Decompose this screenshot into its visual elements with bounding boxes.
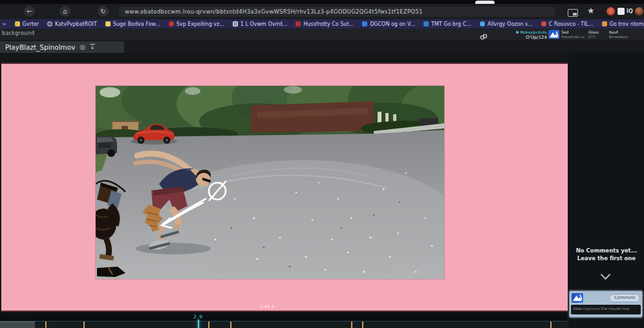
timeline-marker[interactable] <box>550 322 552 328</box>
header-stat: RaufBrnoswvcs <box>609 30 628 39</box>
header-stat: GlassE73 <box>588 30 599 39</box>
url-bar[interactable]: www.obatodbscwm.lrou-qrvwn/bbtsntd4H3a3x… <box>118 6 556 17</box>
timeline-marker[interactable] <box>362 322 363 328</box>
comment-compose[interactable]: Comment Adda Caymonn Elw mouist hvai <box>569 291 643 318</box>
extension-iq-icon[interactable]: IQ <box>627 8 633 14</box>
app-header: background Mokaygvdvda O'Up/124 SodProvo… <box>0 28 644 40</box>
playhead[interactable] <box>198 320 199 328</box>
file-name: PlayBlazt_Spinolmov <box>5 43 75 51</box>
bookmark-item[interactable]: 1 L Ovwm Ovrnt... <box>233 21 288 27</box>
browser-navbar: ← ⌂ ↻ www.obatodbscwm.lrou-qrvwn/bbtsntd… <box>0 4 644 19</box>
bookmark-star-icon[interactable]: ★ <box>587 6 595 15</box>
bookmark-favicon <box>233 21 238 26</box>
bookmark-item[interactable]: C Rosuvco - TIL... <box>541 21 594 27</box>
timeline-marker[interactable] <box>45 322 47 328</box>
bookmark-favicon <box>295 21 301 26</box>
playback-bar: 2.9 <box>0 313 644 328</box>
back-button[interactable]: ← <box>24 6 35 17</box>
bookmark-item[interactable]: KatvPvpbatROIT <box>47 21 97 27</box>
bookmark-favicon <box>541 21 546 26</box>
user-handle[interactable]: Mokaygvdvda O'Up/124 <box>497 30 547 40</box>
bookmark-item[interactable]: Svp Expoiting vz... <box>169 21 224 27</box>
comment-input[interactable]: Adda Caymonn Elw mouist hvai <box>571 305 641 314</box>
timeline-marker[interactable] <box>83 322 85 328</box>
download-icon[interactable]: ↓ <box>90 44 95 50</box>
bookmark-favicon <box>169 21 174 26</box>
bookmark-item[interactable]: Go trov ntomat... <box>602 21 644 27</box>
bookmark-favicon <box>105 21 111 26</box>
bookmark-favicon <box>424 21 429 26</box>
bookmark-item[interactable]: Hussfrotty Co Sut... <box>295 21 354 27</box>
bookmark-favicon <box>480 21 485 26</box>
video-frame[interactable] <box>96 86 444 279</box>
timeline-segment <box>0 322 35 328</box>
background-label: background <box>2 30 34 36</box>
comments-sidebar: No Comments yet... Leave the first one C… <box>568 53 644 328</box>
bookmarks-bar: » Gvrter KatvPvpbatROIT Suge Bodva Fow..… <box>0 19 644 28</box>
refresh-button[interactable]: ↻ <box>98 6 109 17</box>
playhead-time-label: 2.9 <box>193 314 203 320</box>
app-logo-small <box>572 293 583 303</box>
header-stat: SodProvomda vu <box>561 30 585 39</box>
file-tab[interactable]: PlayBlazt_Spinolmov ◎ ↓ <box>0 41 124 53</box>
timeline-marker[interactable] <box>351 322 352 328</box>
bookmarks-overflow-icon[interactable]: » <box>3 21 6 27</box>
video-content <box>96 86 444 279</box>
bookmark-favicon <box>15 21 20 26</box>
bookmark-item[interactable]: TMT Go brg C... <box>424 21 471 27</box>
canvas-caption: 1:49 5 <box>260 304 274 309</box>
comment-button[interactable]: Comment <box>609 294 640 302</box>
pin-icon <box>516 31 519 34</box>
app-logo[interactable] <box>548 30 559 39</box>
file-tab-row: PlayBlazt_Spinolmov ◎ ↓ <box>0 40 644 53</box>
extension-square-icon[interactable] <box>617 8 625 15</box>
info-icon[interactable]: ◎ <box>80 44 85 50</box>
screen: { "browser": { "url": "www.obatodbscwm.l… <box>0 0 644 328</box>
bookmark-item[interactable]: Allvrgy Oozon s... <box>480 21 533 27</box>
timeline-scrubber[interactable] <box>0 321 644 328</box>
bookmark-item[interactable]: DGCON og on V... <box>362 21 415 27</box>
extension-red-icon[interactable] <box>606 7 615 15</box>
picture-in-picture-icon[interactable] <box>568 9 578 17</box>
home-button[interactable]: ⌂ <box>59 6 70 17</box>
bookmark-item[interactable]: Suge Bodva Fow... <box>105 21 160 27</box>
timeline-marker[interactable] <box>230 322 231 328</box>
bookmark-favicon <box>362 21 367 26</box>
header-timecode: O'Up/124 <box>497 35 547 40</box>
bookmark-favicon <box>47 21 52 26</box>
bookmark-item[interactable]: Gvrter <box>15 21 39 27</box>
bookmark-favicon <box>602 21 607 26</box>
timeline-marker[interactable] <box>208 322 209 328</box>
profile-avatar[interactable] <box>635 7 643 15</box>
comments-empty-state: No Comments yet... Leave the first one <box>568 247 644 262</box>
url-text: www.obatodbscwm.lrou-qrvwn/bbtsntd4H3a3x… <box>125 8 423 15</box>
chevron-down-icon[interactable] <box>601 270 611 280</box>
